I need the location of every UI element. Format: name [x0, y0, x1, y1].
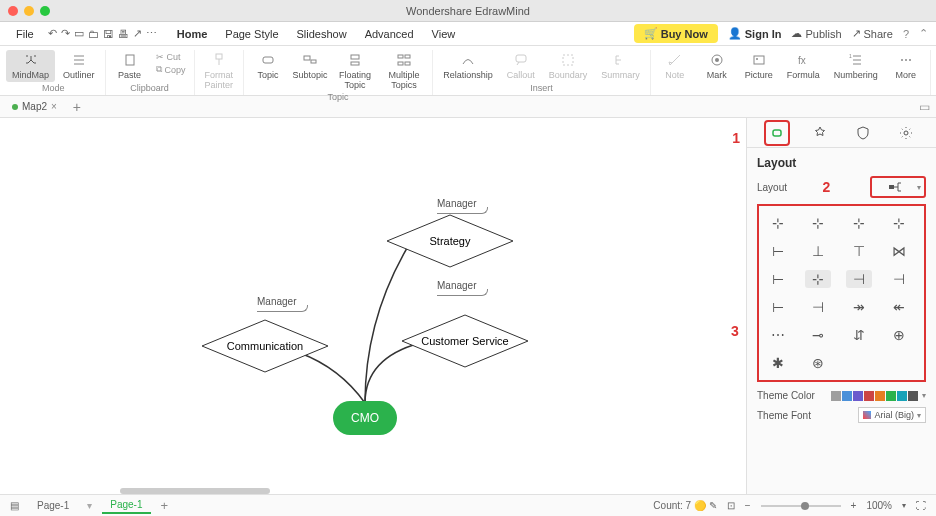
share-button[interactable]: ↗ Share: [852, 27, 893, 40]
zoom-slider[interactable]: [761, 505, 841, 507]
layout-opt-2[interactable]: ⊹: [805, 214, 831, 232]
sign-in-button[interactable]: 👤 Sign In: [728, 27, 782, 40]
more-icon[interactable]: ⋯: [146, 27, 157, 40]
layout-opt-8[interactable]: ⋈: [886, 242, 912, 260]
theme-color-swatch[interactable]: [864, 391, 874, 401]
ribbon-callout[interactable]: Callout: [501, 50, 541, 82]
ribbon-mindmap[interactable]: MindMap: [6, 50, 55, 82]
chevron-down-icon[interactable]: ▾: [922, 391, 926, 400]
layout-opt-11[interactable]: ⊣: [846, 270, 872, 288]
menu-slideshow[interactable]: Slideshow: [289, 26, 355, 42]
node-communication[interactable]: Communication: [200, 318, 330, 374]
theme-color-swatch[interactable]: [908, 391, 918, 401]
zoom-in-button[interactable]: +: [851, 500, 857, 511]
ribbon-cut[interactable]: ✂Cut: [156, 52, 186, 62]
layout-dropdown[interactable]: ▾: [870, 176, 926, 198]
close-window-button[interactable]: [8, 6, 18, 16]
close-tab-icon[interactable]: ×: [51, 101, 57, 112]
layout-opt-4[interactable]: ⊹: [886, 214, 912, 232]
ribbon-summary[interactable]: Summary: [595, 50, 646, 82]
layout-opt-3[interactable]: ⊹: [846, 214, 872, 232]
ribbon-paste[interactable]: Paste: [110, 50, 150, 82]
fit-view-icon[interactable]: ⊡: [727, 500, 735, 511]
layout-opt-1[interactable]: ⊹: [765, 214, 791, 232]
menu-file[interactable]: File: [8, 26, 42, 42]
layout-opt-12[interactable]: ⊣: [886, 270, 912, 288]
zoom-out-button[interactable]: −: [745, 500, 751, 511]
panel-tab-style[interactable]: [807, 120, 833, 146]
theme-color-swatch[interactable]: [875, 391, 885, 401]
outline-toggle-icon[interactable]: ▤: [10, 500, 19, 511]
theme-color-swatch[interactable]: [853, 391, 863, 401]
ribbon-multiple-topics[interactable]: Multiple Topics: [380, 50, 428, 92]
redo-icon[interactable]: ↷: [61, 27, 70, 40]
page-tab-chevron-icon[interactable]: ▾: [87, 500, 92, 511]
panel-tab-layout[interactable]: [764, 120, 790, 146]
maximize-window-button[interactable]: [40, 6, 50, 16]
ribbon-formula[interactable]: fx Formula: [781, 50, 826, 82]
layout-opt-19[interactable]: ⇵: [846, 326, 872, 344]
ribbon-copy[interactable]: ⧉Copy: [156, 64, 186, 75]
layout-opt-15[interactable]: ↠: [846, 298, 872, 316]
panel-tab-security[interactable]: [850, 120, 876, 146]
menu-view[interactable]: View: [424, 26, 464, 42]
ribbon-numbering[interactable]: 1 Numbering: [828, 50, 884, 82]
page-tab-active[interactable]: Page-1: [102, 497, 150, 514]
theme-color-swatch[interactable]: [831, 391, 841, 401]
ribbon-relationship[interactable]: Relationship: [437, 50, 499, 82]
theme-color-swatch[interactable]: [842, 391, 852, 401]
layout-opt-22[interactable]: ⊛: [805, 354, 831, 372]
node-cmo[interactable]: CMO: [333, 401, 397, 435]
undo-icon[interactable]: ↶: [48, 27, 57, 40]
layout-opt-5[interactable]: ⊢: [765, 242, 791, 260]
theme-color-swatch[interactable]: [897, 391, 907, 401]
menu-page-style[interactable]: Page Style: [217, 26, 286, 42]
ribbon-boundary[interactable]: Boundary: [543, 50, 594, 82]
page-tab-1[interactable]: Page-1: [29, 498, 77, 513]
panel-tab-settings[interactable]: [893, 120, 919, 146]
buy-now-button[interactable]: 🛒 Buy Now: [634, 24, 718, 43]
layout-opt-6[interactable]: ⊥: [805, 242, 831, 260]
ribbon-more[interactable]: More: [886, 50, 926, 82]
menu-advanced[interactable]: Advanced: [357, 26, 422, 42]
ribbon-note[interactable]: Note: [655, 50, 695, 82]
menu-home[interactable]: Home: [169, 26, 216, 42]
panels-toggle-icon[interactable]: ▭: [919, 100, 930, 114]
help-icon[interactable]: ?: [903, 28, 909, 40]
layout-opt-13[interactable]: ⊢: [765, 298, 791, 316]
layout-opt-14[interactable]: ⊣: [805, 298, 831, 316]
layout-opt-18[interactable]: ⊸: [805, 326, 831, 344]
node-customer-service[interactable]: Customer Service: [400, 313, 530, 369]
theme-color-swatch[interactable]: [886, 391, 896, 401]
save-icon[interactable]: 🖫: [103, 28, 114, 40]
layout-opt-20[interactable]: ⊕: [886, 326, 912, 344]
new-icon[interactable]: ▭: [74, 27, 84, 40]
layout-opt-16[interactable]: ↞: [886, 298, 912, 316]
ribbon-floating-topic[interactable]: Floating Topic: [332, 50, 378, 92]
theme-color-swatches[interactable]: [831, 391, 918, 401]
canvas[interactable]: Manager Manager Manager Strategy Custome…: [0, 118, 746, 496]
fullscreen-icon[interactable]: ⛶: [916, 500, 926, 511]
print-icon[interactable]: 🖶: [118, 28, 129, 40]
theme-font-select[interactable]: Arial (Big) ▾: [858, 407, 926, 423]
export-icon[interactable]: ↗: [133, 27, 142, 40]
layout-opt-21[interactable]: ✱: [765, 354, 791, 372]
add-tab-button[interactable]: +: [73, 99, 81, 115]
ribbon-outliner[interactable]: Outliner: [57, 50, 101, 82]
add-page-button[interactable]: +: [161, 498, 169, 513]
open-icon[interactable]: 🗀: [88, 28, 99, 40]
document-tab[interactable]: Map2 ×: [6, 101, 63, 112]
layout-opt-7[interactable]: ⊤: [846, 242, 872, 260]
ribbon-format-painter[interactable]: Format Painter: [199, 50, 240, 92]
minimize-window-button[interactable]: [24, 6, 34, 16]
collapse-ribbon-icon[interactable]: ⌃: [919, 27, 928, 40]
layout-opt-10[interactable]: ⊹: [805, 270, 831, 288]
node-strategy[interactable]: Strategy: [385, 213, 515, 269]
layout-opt-9[interactable]: ⊢: [765, 270, 791, 288]
ribbon-subtopic[interactable]: Subtopic: [290, 50, 330, 92]
publish-button[interactable]: ☁ Publish: [791, 27, 841, 40]
ribbon-picture[interactable]: Picture: [739, 50, 779, 82]
layout-opt-17[interactable]: ⋯: [765, 326, 791, 344]
ribbon-topic[interactable]: Topic: [248, 50, 288, 92]
ribbon-mark[interactable]: Mark: [697, 50, 737, 82]
